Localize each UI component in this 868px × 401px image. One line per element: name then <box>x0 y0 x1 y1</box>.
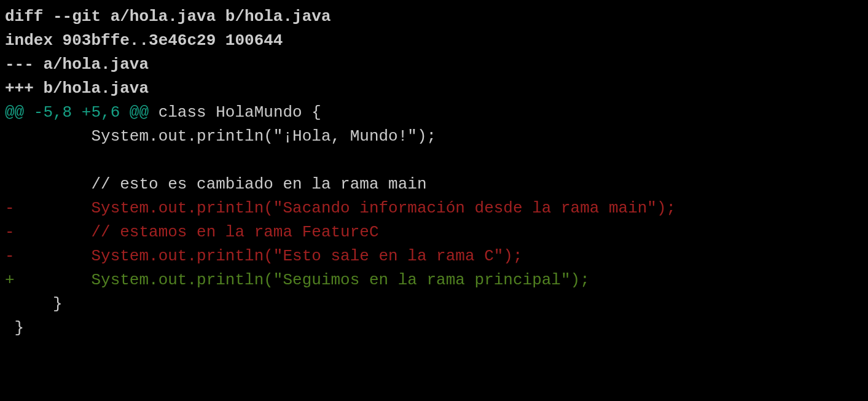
diff-removed-line: - System.out.println("Sacando informació… <box>5 197 863 220</box>
hunk-range-marker: @@ -5,8 +5,6 @@ <box>5 103 149 122</box>
diff-context-line <box>5 149 863 173</box>
diff-context-line: // esto es cambiado en la rama main <box>5 173 863 197</box>
diff-header-line: index 903bffe..3e46c29 100644 <box>5 29 863 53</box>
diff-context-line: } <box>5 316 863 340</box>
hunk-context-text: class HolaMundo { <box>149 103 321 122</box>
diff-header-line: --- a/hola.java <box>5 53 863 77</box>
diff-hunk-header: @@ -5,8 +5,6 @@ class HolaMundo { <box>5 101 863 125</box>
diff-added-line: + System.out.println("Seguimos en la ram… <box>5 268 863 292</box>
diff-context-line: System.out.println("¡Hola, Mundo!"); <box>5 125 863 149</box>
diff-header-line: diff --git a/hola.java b/hola.java <box>5 5 863 29</box>
diff-removed-line: - System.out.println("Esto sale en la ra… <box>5 244 863 268</box>
diff-header-line: +++ b/hola.java <box>5 77 863 101</box>
terminal-diff-output: diff --git a/hola.java b/hola.java index… <box>5 5 863 340</box>
diff-context-line: } <box>5 292 863 316</box>
diff-removed-line: - // estamos en la rama FeatureC <box>5 220 863 244</box>
